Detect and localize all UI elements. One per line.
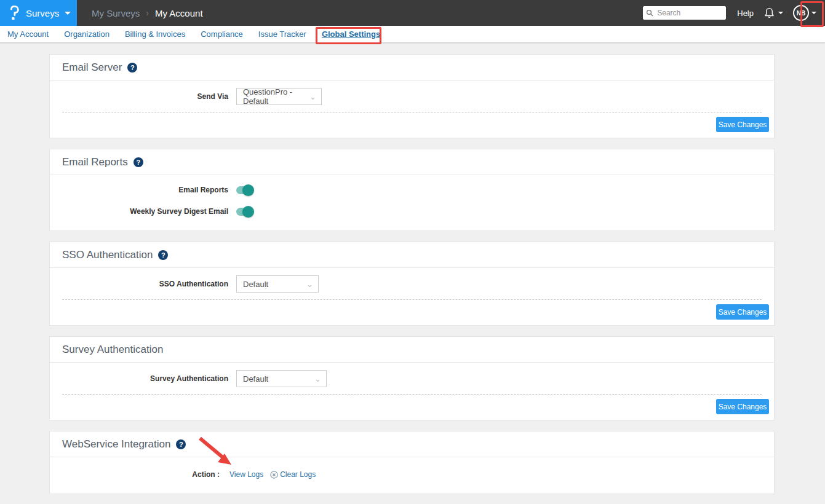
tab-organization[interactable]: Organization <box>64 30 110 39</box>
sso-authentication-panel: SSO Authentication ? SSO Authentication … <box>49 242 775 326</box>
survey-authentication-panel: Survey Authentication Survey Authenticat… <box>49 336 775 420</box>
survey-authentication-value: Default <box>243 374 268 384</box>
help-icon[interactable]: ? <box>176 439 186 449</box>
settings-tabbar: My Account Organization Billing & Invoic… <box>0 26 825 43</box>
action-label: Action : <box>62 470 229 479</box>
survey-authentication-title: Survey Authentication <box>62 344 163 356</box>
chevron-down-icon <box>811 12 816 14</box>
survey-authentication-label: Survey Authentication <box>62 374 236 383</box>
search-icon <box>646 9 653 17</box>
help-icon[interactable]: ? <box>158 250 168 260</box>
sso-authentication-label: SSO Authentication <box>62 280 236 288</box>
account-menu[interactable]: NB <box>793 5 816 21</box>
email-reports-toggle[interactable] <box>236 186 252 194</box>
send-via-label: Send Via <box>62 92 236 101</box>
chevron-down-icon: ⌄ <box>306 280 313 289</box>
weekly-digest-toggle-label: Weekly Survey Digest Email <box>62 207 228 216</box>
webservice-integration-title: WebService Integration <box>62 438 170 451</box>
avatar[interactable]: NB <box>793 5 809 21</box>
sso-authentication-title: SSO Authentication <box>62 249 153 261</box>
sso-authentication-value: Default <box>243 280 268 289</box>
survey-authentication-select[interactable]: Default ⌄ <box>236 370 327 387</box>
email-reports-toggle-label: Email Reports <box>62 186 228 194</box>
help-icon[interactable]: ? <box>134 157 143 167</box>
webservice-integration-panel: WebService Integration ? Action : View L… <box>49 431 775 494</box>
tab-my-account[interactable]: My Account <box>7 30 49 39</box>
clear-logs-label: Clear Logs <box>280 470 316 479</box>
save-changes-button[interactable]: Save Changes <box>716 117 769 132</box>
breadcrumb-separator: › <box>146 8 149 18</box>
tab-global-settings[interactable]: Global Settings <box>322 30 380 39</box>
breadcrumb-my-account: My Account <box>155 8 203 18</box>
chevron-down-icon <box>778 12 783 14</box>
tab-compliance[interactable]: Compliance <box>201 30 243 39</box>
product-label: Surveys <box>26 8 65 18</box>
search-input[interactable] <box>643 6 726 20</box>
breadcrumb-my-surveys[interactable]: My Surveys <box>92 8 140 18</box>
email-reports-title: Email Reports <box>62 156 128 168</box>
clear-circle-x-icon <box>270 471 278 479</box>
send-via-value: QuestionPro - Default <box>243 87 302 106</box>
surveys-product-menu[interactable]: Surveys <box>0 0 77 26</box>
email-reports-panel: Email Reports ? Email Reports Weekly Sur… <box>49 149 775 231</box>
chevron-down-icon: ⌄ <box>314 374 321 384</box>
email-server-title: Email Server <box>62 61 122 74</box>
save-changes-button[interactable]: Save Changes <box>716 399 769 414</box>
chevron-down-icon: ⌄ <box>309 92 316 101</box>
clear-logs-link[interactable]: Clear Logs <box>270 470 316 479</box>
tab-billing-invoices[interactable]: Billing & Invoices <box>125 30 185 39</box>
send-via-select[interactable]: QuestionPro - Default ⌄ <box>236 88 322 105</box>
tab-issue-tracker[interactable]: Issue Tracker <box>258 30 306 39</box>
view-logs-link[interactable]: View Logs <box>229 470 263 479</box>
email-server-panel: Email Server ? Send Via QuestionPro - De… <box>49 54 775 138</box>
questionpro-logo-icon <box>7 5 21 21</box>
chevron-down-icon <box>65 12 71 15</box>
save-changes-button[interactable]: Save Changes <box>716 304 769 320</box>
help-icon[interactable]: ? <box>127 63 137 73</box>
global-settings-page: Email Server ? Send Via QuestionPro - De… <box>0 43 825 494</box>
breadcrumb: My Surveys › My Account <box>92 8 203 18</box>
help-link[interactable]: Help <box>737 9 754 18</box>
notifications-menu[interactable] <box>763 7 783 20</box>
top-navbar: Surveys My Surveys › My Account Help NB <box>0 0 825 26</box>
sso-authentication-select[interactable]: Default ⌄ <box>236 275 319 293</box>
bell-icon <box>763 7 775 20</box>
weekly-digest-toggle[interactable] <box>236 208 252 216</box>
